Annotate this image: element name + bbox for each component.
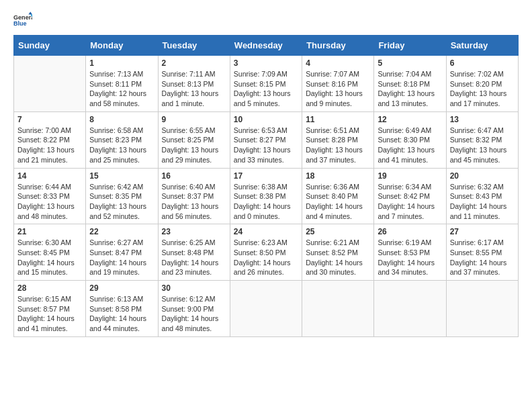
day-info: Sunrise: 6:23 AMSunset: 8:50 PMDaylight:…	[234, 238, 298, 277]
day-cell	[14, 56, 86, 112]
day-info: Sunrise: 6:19 AMSunset: 8:53 PMDaylight:…	[378, 238, 442, 277]
svg-text:Blue: Blue	[13, 20, 27, 27]
day-cell: 3Sunrise: 7:09 AMSunset: 8:15 PMDaylight…	[230, 56, 302, 112]
day-number: 1	[89, 58, 154, 68]
col-header-monday: Monday	[86, 36, 158, 56]
day-number: 23	[162, 227, 226, 236]
day-number: 24	[234, 227, 298, 236]
day-info: Sunrise: 6:49 AMSunset: 8:30 PMDaylight:…	[378, 126, 442, 165]
day-cell: 17Sunrise: 6:38 AMSunset: 8:38 PMDayligh…	[230, 168, 302, 224]
day-number: 22	[89, 227, 154, 236]
svg-marker-2	[28, 11, 32, 14]
day-cell: 16Sunrise: 6:40 AMSunset: 8:37 PMDayligh…	[158, 168, 230, 224]
day-info: Sunrise: 6:27 AMSunset: 8:47 PMDaylight:…	[89, 238, 154, 277]
day-info: Sunrise: 6:47 AMSunset: 8:32 PMDaylight:…	[450, 126, 515, 165]
day-number: 2	[162, 58, 226, 68]
day-info: Sunrise: 6:38 AMSunset: 8:38 PMDaylight:…	[234, 182, 298, 222]
day-info: Sunrise: 7:04 AMSunset: 8:18 PMDaylight:…	[378, 69, 442, 109]
day-cell: 21Sunrise: 6:30 AMSunset: 8:45 PMDayligh…	[14, 224, 86, 281]
header-row: SundayMondayTuesdayWednesdayThursdayFrid…	[14, 36, 519, 56]
week-row-1: 1Sunrise: 7:13 AMSunset: 8:11 PMDaylight…	[14, 56, 519, 112]
col-header-sunday: Sunday	[14, 36, 86, 56]
day-number: 12	[378, 115, 442, 124]
week-row-4: 21Sunrise: 6:30 AMSunset: 8:45 PMDayligh…	[14, 224, 519, 281]
svg-text:General: General	[13, 14, 32, 21]
day-number: 13	[450, 115, 515, 124]
day-number: 25	[306, 227, 370, 236]
day-number: 17	[234, 171, 298, 181]
day-info: Sunrise: 6:21 AMSunset: 8:52 PMDaylight:…	[306, 238, 370, 277]
day-cell: 10Sunrise: 6:53 AMSunset: 8:27 PMDayligh…	[230, 111, 302, 168]
day-info: Sunrise: 7:13 AMSunset: 8:11 PMDaylight:…	[89, 69, 154, 109]
day-cell: 19Sunrise: 6:34 AMSunset: 8:42 PMDayligh…	[374, 168, 446, 224]
day-cell	[230, 281, 302, 337]
day-cell: 8Sunrise: 6:58 AMSunset: 8:23 PMDaylight…	[86, 111, 158, 168]
day-info: Sunrise: 6:42 AMSunset: 8:35 PMDaylight:…	[89, 182, 154, 222]
day-cell: 29Sunrise: 6:13 AMSunset: 8:58 PMDayligh…	[86, 281, 158, 337]
day-info: Sunrise: 7:07 AMSunset: 8:16 PMDaylight:…	[306, 69, 370, 109]
day-cell: 27Sunrise: 6:17 AMSunset: 8:55 PMDayligh…	[446, 224, 518, 281]
day-cell: 15Sunrise: 6:42 AMSunset: 8:35 PMDayligh…	[86, 168, 158, 224]
day-cell: 11Sunrise: 6:51 AMSunset: 8:28 PMDayligh…	[302, 111, 374, 168]
day-info: Sunrise: 6:55 AMSunset: 8:25 PMDaylight:…	[162, 126, 226, 165]
header: General Blue	[13, 11, 519, 30]
day-cell	[446, 281, 518, 337]
week-row-3: 14Sunrise: 6:44 AMSunset: 8:33 PMDayligh…	[14, 168, 519, 224]
day-cell: 13Sunrise: 6:47 AMSunset: 8:32 PMDayligh…	[446, 111, 518, 168]
day-info: Sunrise: 6:15 AMSunset: 8:57 PMDaylight:…	[17, 294, 82, 334]
col-header-thursday: Thursday	[302, 36, 374, 56]
logo: General Blue	[13, 11, 32, 30]
day-number: 18	[306, 171, 370, 181]
day-cell: 25Sunrise: 6:21 AMSunset: 8:52 PMDayligh…	[302, 224, 374, 281]
day-number: 6	[450, 58, 515, 68]
day-cell: 7Sunrise: 7:00 AMSunset: 8:22 PMDaylight…	[14, 111, 86, 168]
day-cell: 28Sunrise: 6:15 AMSunset: 8:57 PMDayligh…	[14, 281, 86, 337]
day-number: 8	[89, 115, 154, 124]
day-number: 16	[162, 171, 226, 181]
day-cell: 24Sunrise: 6:23 AMSunset: 8:50 PMDayligh…	[230, 224, 302, 281]
day-cell: 6Sunrise: 7:02 AMSunset: 8:20 PMDaylight…	[446, 56, 518, 112]
day-info: Sunrise: 6:12 AMSunset: 9:00 PMDaylight:…	[162, 294, 226, 334]
day-number: 7	[17, 115, 82, 124]
day-info: Sunrise: 6:53 AMSunset: 8:27 PMDaylight:…	[234, 126, 298, 165]
col-header-wednesday: Wednesday	[230, 36, 302, 56]
day-info: Sunrise: 6:58 AMSunset: 8:23 PMDaylight:…	[89, 126, 154, 165]
week-row-5: 28Sunrise: 6:15 AMSunset: 8:57 PMDayligh…	[14, 281, 519, 337]
day-cell: 4Sunrise: 7:07 AMSunset: 8:16 PMDaylight…	[302, 56, 374, 112]
week-row-2: 7Sunrise: 7:00 AMSunset: 8:22 PMDaylight…	[14, 111, 519, 168]
col-header-saturday: Saturday	[446, 36, 518, 56]
day-number: 26	[378, 227, 442, 236]
day-number: 10	[234, 115, 298, 124]
day-cell	[374, 281, 446, 337]
day-cell: 2Sunrise: 7:11 AMSunset: 8:13 PMDaylight…	[158, 56, 230, 112]
day-cell: 26Sunrise: 6:19 AMSunset: 8:53 PMDayligh…	[374, 224, 446, 281]
day-cell: 22Sunrise: 6:27 AMSunset: 8:47 PMDayligh…	[86, 224, 158, 281]
col-header-friday: Friday	[374, 36, 446, 56]
day-cell: 18Sunrise: 6:36 AMSunset: 8:40 PMDayligh…	[302, 168, 374, 224]
day-info: Sunrise: 6:34 AMSunset: 8:42 PMDaylight:…	[378, 182, 442, 222]
day-info: Sunrise: 7:02 AMSunset: 8:20 PMDaylight:…	[450, 69, 515, 109]
day-cell: 23Sunrise: 6:25 AMSunset: 8:48 PMDayligh…	[158, 224, 230, 281]
day-number: 20	[450, 171, 515, 181]
day-info: Sunrise: 6:30 AMSunset: 8:45 PMDaylight:…	[17, 238, 82, 277]
day-cell: 5Sunrise: 7:04 AMSunset: 8:18 PMDaylight…	[374, 56, 446, 112]
day-info: Sunrise: 6:44 AMSunset: 8:33 PMDaylight:…	[17, 182, 82, 222]
day-number: 11	[306, 115, 370, 124]
day-number: 9	[162, 115, 226, 124]
day-number: 3	[234, 58, 298, 68]
day-number: 14	[17, 171, 82, 181]
day-cell: 30Sunrise: 6:12 AMSunset: 9:00 PMDayligh…	[158, 281, 230, 337]
day-info: Sunrise: 6:17 AMSunset: 8:55 PMDaylight:…	[450, 238, 515, 277]
day-info: Sunrise: 6:40 AMSunset: 8:37 PMDaylight:…	[162, 182, 226, 222]
day-info: Sunrise: 6:36 AMSunset: 8:40 PMDaylight:…	[306, 182, 370, 222]
logo-icon: General Blue	[13, 11, 32, 30]
day-info: Sunrise: 6:25 AMSunset: 8:48 PMDaylight:…	[162, 238, 226, 277]
day-info: Sunrise: 7:09 AMSunset: 8:15 PMDaylight:…	[234, 69, 298, 109]
day-cell: 20Sunrise: 6:32 AMSunset: 8:43 PMDayligh…	[446, 168, 518, 224]
day-info: Sunrise: 7:00 AMSunset: 8:22 PMDaylight:…	[17, 126, 82, 165]
day-info: Sunrise: 6:32 AMSunset: 8:43 PMDaylight:…	[450, 182, 515, 222]
day-number: 15	[89, 171, 154, 181]
day-cell: 1Sunrise: 7:13 AMSunset: 8:11 PMDaylight…	[86, 56, 158, 112]
day-number: 30	[162, 283, 226, 293]
day-cell: 14Sunrise: 6:44 AMSunset: 8:33 PMDayligh…	[14, 168, 86, 224]
